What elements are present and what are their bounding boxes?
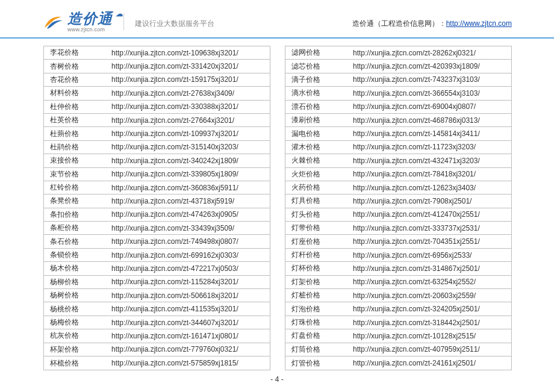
price-item-url[interactable]: http://xunjia.zjtcn.com/zt-33439xj3509/ (109, 224, 270, 232)
price-item-url[interactable]: http://xunjia.zjtcn.com/zt-324205xj2501/ (350, 305, 511, 313)
page-header: 造价通 ☁ www.zjtcn.com 建设行业大数据服务平台 造价通（工程造价… (0, 0, 554, 39)
price-item-name: 杜鹃价格 (44, 142, 109, 152)
price-item-name: 灯杯价格 (285, 263, 350, 273)
price-item-url[interactable]: http://xunjia.zjtcn.com/zt-331420xj3201/ (109, 62, 270, 70)
table-row: 灯盘价格http://xunjia.zjtcn.com/zt-10128xj25… (285, 329, 511, 343)
price-item-url[interactable]: http://xunjia.zjtcn.com/zt-472217xj0503/ (109, 264, 270, 273)
price-item-name: 杠铃价格 (44, 182, 109, 193)
price-item-url[interactable]: http://xunjia.zjtcn.com/zt-159175xj3201/ (109, 75, 270, 84)
price-item-url[interactable]: http://xunjia.zjtcn.com/zt-6956xj2533/ (350, 251, 511, 260)
table-row: 杜蒴价格http://xunjia.zjtcn.com/zt-109937xj3… (44, 127, 270, 140)
price-item-url[interactable]: http://xunjia.zjtcn.com/zt-109638xj3201/ (109, 49, 270, 57)
table-row: 滤网价格http://xunjia.zjtcn.com/zt-28262xj03… (285, 46, 511, 60)
price-item-name: 灯珠价格 (285, 317, 350, 328)
table-row: 杯梳价格http://xunjia.zjtcn.com/zt-575859xj1… (44, 356, 270, 370)
table-row: 杏花价格http://xunjia.zjtcn.com/zt-159175xj3… (44, 73, 270, 87)
price-item-url[interactable]: http://xunjia.zjtcn.com/zt-315140xj3203/ (109, 143, 270, 151)
price-item-url[interactable]: http://xunjia.zjtcn.com/zt-411535xj3201/ (109, 305, 270, 313)
price-item-url[interactable]: http://xunjia.zjtcn.com/zt-314867xj2501/ (350, 264, 511, 273)
price-item-url[interactable]: http://xunjia.zjtcn.com/zt-318442xj2501/ (350, 319, 511, 327)
table-row: 条锁价格http://xunjia.zjtcn.com/zt-699162xj0… (44, 249, 270, 262)
price-item-url[interactable]: http://xunjia.zjtcn.com/zt-161471xj0801/ (109, 332, 270, 340)
table-row: 李花价格http://xunjia.zjtcn.com/zt-109638xj3… (44, 46, 270, 60)
price-item-url[interactable]: http://xunjia.zjtcn.com/zt-432471xj3203/ (350, 157, 511, 165)
table-row: 火棘价格http://xunjia.zjtcn.com/zt-432471xj3… (285, 154, 511, 167)
price-item-name: 漏电价格 (285, 129, 350, 139)
price-item-url[interactable]: http://xunjia.zjtcn.com/zt-78418xj3201/ (350, 170, 511, 178)
price-item-name: 灯座价格 (285, 237, 350, 247)
table-row: 漏电价格http://xunjia.zjtcn.com/zt-145814xj3… (285, 127, 511, 140)
table-row: 灯座价格http://xunjia.zjtcn.com/zt-704351xj2… (285, 235, 511, 248)
price-item-url[interactable]: http://xunjia.zjtcn.com/zt-474263xj0905/ (109, 210, 270, 219)
header-homepage-link[interactable]: http://www.zjtcn.com (446, 19, 512, 28)
price-item-url[interactable]: http://xunjia.zjtcn.com/zt-704351xj2551/ (350, 237, 511, 246)
price-item-url[interactable]: http://xunjia.zjtcn.com/zt-340242xj1809/ (109, 157, 270, 165)
price-item-name: 灯盘价格 (285, 331, 350, 341)
header-left: 造价通 ☁ www.zjtcn.com 建设行业大数据服务平台 (43, 11, 214, 33)
table-row: 条凳价格http://xunjia.zjtcn.com/zt-43718xj59… (44, 194, 270, 208)
price-item-url[interactable]: http://xunjia.zjtcn.com/zt-344607xj3201/ (109, 319, 270, 327)
price-item-url[interactable]: http://xunjia.zjtcn.com/zt-69004xj0807/ (350, 102, 511, 111)
price-item-url[interactable]: http://xunjia.zjtcn.com/zt-20603xj2559/ (350, 291, 511, 300)
price-item-url[interactable]: http://xunjia.zjtcn.com/zt-468786xj0313/ (350, 116, 511, 125)
price-item-url[interactable]: http://xunjia.zjtcn.com/zt-575859xj1815/ (109, 359, 270, 367)
price-item-name: 杏树价格 (44, 61, 109, 72)
price-item-url[interactable]: http://xunjia.zjtcn.com/zt-27638xj3409/ (109, 89, 270, 98)
price-item-url[interactable]: http://xunjia.zjtcn.com/zt-145814xj3411/ (350, 129, 511, 138)
price-item-url[interactable]: http://xunjia.zjtcn.com/zt-366554xj3103/ (350, 89, 511, 98)
price-item-name: 滴水价格 (285, 88, 350, 98)
price-item-url[interactable]: http://xunjia.zjtcn.com/zt-43718xj5919/ (109, 197, 270, 205)
table-row: 材料价格http://xunjia.zjtcn.com/zt-27638xj34… (44, 87, 270, 100)
table-row: 灯桩价格http://xunjia.zjtcn.com/zt-20603xj25… (285, 289, 511, 302)
price-item-url[interactable]: http://xunjia.zjtcn.com/zt-333737xj2531/ (350, 224, 511, 232)
price-item-url[interactable]: http://xunjia.zjtcn.com/zt-63254xj2552/ (350, 278, 511, 286)
price-item-url[interactable]: http://xunjia.zjtcn.com/zt-24161xj2501/ (350, 359, 511, 367)
table-row: 杨柳价格http://xunjia.zjtcn.com/zt-115284xj3… (44, 276, 270, 289)
price-item-name: 灯杆价格 (285, 250, 350, 260)
price-item-name: 火药价格 (285, 182, 350, 193)
price-item-url[interactable]: http://xunjia.zjtcn.com/zt-420393xj1809/ (350, 62, 511, 70)
price-item-url[interactable]: http://xunjia.zjtcn.com/zt-12623xj3403/ (350, 184, 511, 192)
price-item-url[interactable]: http://xunjia.zjtcn.com/zt-27664xj3201/ (109, 116, 270, 125)
table-row: 灯头价格http://xunjia.zjtcn.com/zt-412470xj2… (285, 208, 511, 222)
table-row: 漂石价格http://xunjia.zjtcn.com/zt-69004xj08… (285, 101, 511, 114)
price-item-name: 杯梳价格 (44, 358, 109, 369)
table-row: 火药价格http://xunjia.zjtcn.com/zt-12623xj34… (285, 181, 511, 194)
platform-tagline: 建设行业大数据服务平台 (135, 19, 214, 33)
price-item-url[interactable]: http://xunjia.zjtcn.com/zt-360836xj5911/ (109, 184, 270, 192)
price-item-url[interactable]: http://xunjia.zjtcn.com/zt-749498xj0807/ (109, 237, 270, 246)
price-item-url[interactable]: http://xunjia.zjtcn.com/zt-699162xj0303/ (109, 251, 270, 260)
table-row: 杨树价格http://xunjia.zjtcn.com/zt-506618xj3… (44, 289, 270, 302)
price-item-name: 杨树价格 (44, 290, 109, 300)
price-item-url[interactable]: http://xunjia.zjtcn.com/zt-11723xj3203/ (350, 143, 511, 151)
price-item-name: 灯架价格 (285, 277, 350, 287)
table-row: 灯具价格http://xunjia.zjtcn.com/zt-7908xj250… (285, 194, 511, 208)
logo-swoosh-icon (43, 13, 64, 31)
price-item-url[interactable]: http://xunjia.zjtcn.com/zt-407959xj2511/ (350, 345, 511, 353)
price-item-name: 杨桃价格 (44, 304, 109, 314)
table-row: 杨梅价格http://xunjia.zjtcn.com/zt-344607xj3… (44, 316, 270, 329)
price-item-url[interactable]: http://xunjia.zjtcn.com/zt-10128xj2515/ (350, 332, 511, 340)
price-item-name: 杯架价格 (44, 344, 109, 355)
price-item-url[interactable]: http://xunjia.zjtcn.com/zt-339805xj1809/ (109, 170, 270, 178)
table-row: 灌木价格http://xunjia.zjtcn.com/zt-11723xj32… (285, 141, 511, 154)
price-item-url[interactable]: http://xunjia.zjtcn.com/zt-115284xj3201/ (109, 278, 270, 286)
price-item-name: 漂石价格 (285, 102, 350, 112)
price-item-url[interactable]: http://xunjia.zjtcn.com/zt-412470xj2551/ (350, 210, 511, 219)
price-item-url[interactable]: http://xunjia.zjtcn.com/zt-743237xj3103/ (350, 75, 511, 84)
price-item-url[interactable]: http://xunjia.zjtcn.com/zt-109937xj3201/ (109, 129, 270, 138)
price-item-name: 杨柳价格 (44, 277, 109, 287)
price-item-url[interactable]: http://xunjia.zjtcn.com/zt-779760xj0321/ (109, 345, 270, 353)
table-row: 杏树价格http://xunjia.zjtcn.com/zt-331420xj3… (44, 60, 270, 73)
price-item-url[interactable]: http://xunjia.zjtcn.com/zt-7908xj2501/ (350, 197, 511, 205)
table-row: 灯杯价格http://xunjia.zjtcn.com/zt-314867xj2… (285, 262, 511, 275)
price-item-name: 滴子价格 (285, 75, 350, 85)
price-item-url[interactable]: http://xunjia.zjtcn.com/zt-330388xj3201/ (109, 102, 270, 111)
price-item-name: 杏花价格 (44, 75, 109, 85)
site-logo: 造价通 ☁ www.zjtcn.com (43, 11, 113, 33)
price-item-name: 条石价格 (44, 237, 109, 247)
price-item-url[interactable]: http://xunjia.zjtcn.com/zt-506618xj3201/ (109, 291, 270, 300)
price-item-url[interactable]: http://xunjia.zjtcn.com/zt-28262xj0321/ (350, 49, 511, 57)
table-row: 灯珠价格http://xunjia.zjtcn.com/zt-318442xj2… (285, 316, 511, 329)
price-item-name: 李花价格 (44, 48, 109, 58)
